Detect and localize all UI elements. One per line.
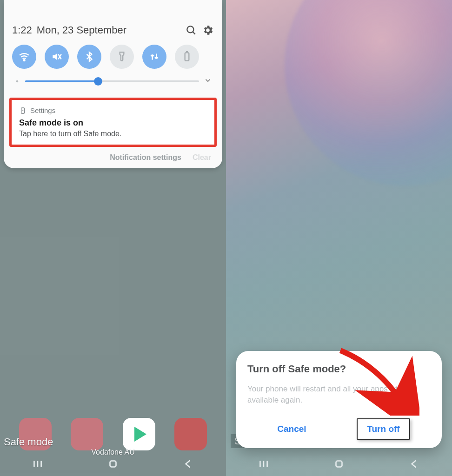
phone-refresh-icon [19,107,27,114]
svg-rect-9 [185,53,189,60]
safe-mode-notification[interactable]: Settings Safe mode is on Tap here to tur… [9,98,217,147]
back-button[interactable] [408,458,420,472]
phone-right: Safe mode Turn off Safe mode? Your phone… [226,0,452,476]
search-icon[interactable] [185,24,197,36]
back-button[interactable] [182,458,194,472]
play-icon [134,427,146,442]
qs-mute-vibrate[interactable] [45,45,69,69]
android-nav-bar [226,454,452,476]
phone-left: Safe mode Vodafone AU ᵇ ⁴ᴳ ↕ ⚡72% ▮ 1:22… [0,0,226,476]
wallpaper-swirl [285,0,452,186]
dock-app-camera[interactable] [174,418,207,450]
qs-wifi[interactable] [12,45,36,69]
clear-all-button[interactable]: Clear [193,153,211,162]
notification-settings-link[interactable]: Notification settings [110,153,181,162]
turn-off-safe-mode-dialog: Turn off Safe mode? Your phone will rest… [236,351,442,448]
recents-button[interactable] [258,458,270,472]
brightness-fill [25,80,98,82]
qs-power-save[interactable] [175,45,199,69]
notification-shade: 1:22 Mon, 23 September [4,0,222,168]
notification-body: Tap here to turn off Safe mode. [19,130,207,138]
notification-app-row: Settings [19,106,207,114]
svg-line-5 [193,32,195,34]
qs-mobile-data[interactable] [142,45,166,69]
notification-title: Safe mode is on [19,118,207,128]
qs-flashlight[interactable] [110,45,134,69]
shade-header: 1:22 Mon, 23 September [9,21,217,43]
shade-footer: Notification settings Clear [9,147,217,163]
dialog-title: Turn off Safe mode? [247,363,431,375]
dialog-body: Your phone will restart and all your app… [247,383,431,406]
safe-mode-watermark: Safe mode [4,436,53,448]
home-button[interactable] [333,458,345,472]
qs-bluetooth[interactable] [77,45,101,69]
home-button[interactable] [107,458,119,472]
android-nav-bar [0,454,226,476]
turn-off-button[interactable]: Turn off [357,418,410,440]
notification-app-name: Settings [30,106,55,114]
quick-settings-row [9,43,217,75]
chevron-down-icon[interactable] [204,76,212,86]
svg-point-6 [23,60,25,61]
cancel-button[interactable]: Cancel [268,419,315,439]
brightness-slider[interactable] [9,75,217,91]
dock-app-play[interactable] [123,418,155,450]
date: Mon, 23 September [37,24,180,36]
clock: 1:22 [12,24,32,36]
svg-rect-16 [336,461,342,467]
sun-low-icon [14,78,20,85]
recents-button[interactable] [32,458,44,472]
dialog-actions: Cancel Turn off [247,418,431,440]
svg-point-11 [16,80,19,83]
svg-point-4 [187,26,193,33]
brightness-thumb[interactable] [94,77,102,86]
gear-icon[interactable] [202,24,214,36]
dock-app-messages[interactable] [71,418,103,450]
svg-rect-3 [110,461,116,467]
brightness-track[interactable] [25,80,199,82]
